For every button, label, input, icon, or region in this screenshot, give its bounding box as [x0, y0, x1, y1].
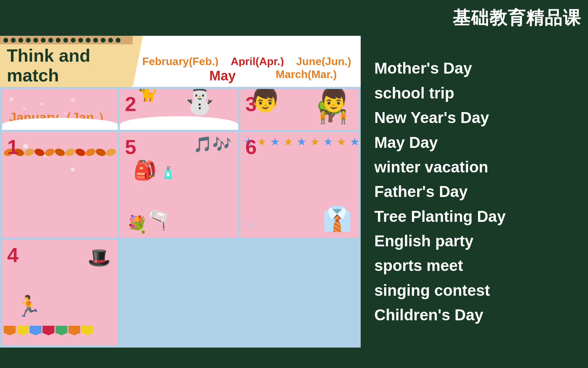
- hole-6: [41, 38, 46, 43]
- list-item-sports-meet: sports meet: [374, 255, 574, 276]
- star-blue-3: ★: [297, 135, 307, 148]
- list-item-english-party: English party: [374, 230, 574, 252]
- snow-ground-2: [120, 116, 238, 130]
- snowflake-3: ❄: [39, 101, 44, 107]
- snowflake-5: ❄: [70, 96, 76, 104]
- character-right: 👦: [319, 89, 348, 113]
- star-blue-4: ★: [323, 135, 333, 148]
- hole-3: [18, 38, 23, 43]
- list-item-new-years-day: New Year's Day: [374, 107, 574, 128]
- snowflake-cell6: ❄: [247, 219, 256, 231]
- january-cell: ❄ ❄ ❄ ❄ ❄ ❄ January（Jan.）: [2, 89, 118, 130]
- think-match-banner: Think and match: [0, 36, 133, 87]
- stars-decoration: ★ ★ ★ ★ ★ ★ ★ ★ ★: [244, 135, 355, 148]
- cell-3: 3 🌳 🧍 🧍 👦 👦: [240, 89, 359, 130]
- hole-16: [116, 38, 120, 43]
- snowflake-1: ❄: [9, 96, 14, 103]
- bottom-bar: [0, 348, 588, 368]
- hole-2: [11, 38, 16, 43]
- star-blue-5: ★: [350, 135, 359, 148]
- list-item-tree-planting-day: Tree Planting Day: [374, 205, 574, 227]
- cell-4-number: 4: [7, 243, 18, 267]
- svg-point-8: [84, 147, 96, 157]
- hole-14: [101, 38, 105, 43]
- list-item-winter-vacation: winter vacation: [374, 156, 574, 178]
- cell-6-number: 6: [245, 135, 257, 159]
- hole-11: [78, 38, 83, 43]
- cell-2: 2 🐈 ⛄: [120, 89, 238, 130]
- notebook-holes: [0, 36, 133, 44]
- hole-9: [63, 38, 68, 43]
- svg-point-2: [23, 147, 35, 157]
- list-item-school-trip: school trip: [374, 82, 574, 104]
- snowman-icon: ⛄: [182, 89, 218, 116]
- hat-icon: 🎩: [87, 247, 111, 269]
- list-item-may-day: May Day: [374, 132, 574, 153]
- flag-yellow: [17, 326, 29, 335]
- right-panel: Mother's Day school trip New Year's Day …: [361, 36, 588, 348]
- list-item-fathers-day: Father's Day: [374, 181, 574, 202]
- month-april: April(Apr.): [231, 55, 284, 68]
- month-may-label: May: [204, 66, 241, 85]
- flag-orange-2: [68, 326, 80, 335]
- top-bar: 基础教育精品课: [0, 0, 588, 36]
- star-gold-4: ★: [337, 135, 346, 148]
- month-march: March(Mar.): [276, 68, 337, 80]
- flag-red: [43, 326, 54, 335]
- hole-8: [56, 38, 61, 43]
- hole-5: [33, 38, 38, 43]
- chain-svg: [2, 145, 118, 159]
- cell-5-number: 5: [125, 135, 136, 159]
- flag-green: [55, 326, 67, 335]
- hole-1: [3, 38, 8, 43]
- star-gold-2: ★: [283, 135, 293, 148]
- star-gold-3: ★: [310, 135, 320, 148]
- flag-orange: [4, 326, 16, 335]
- month-march-label: March(Mar.): [272, 66, 340, 82]
- list-item-singing-contest: singing contest: [374, 279, 574, 301]
- cell-4: 4 🎩 🏃: [2, 240, 118, 346]
- svg-point-4: [44, 147, 55, 157]
- flag-yellow-2: [81, 326, 93, 335]
- snow-ground-1: [2, 118, 118, 130]
- svg-point-3: [33, 147, 45, 157]
- cell-5: 5 🎵🎶 🎒 🧴 🫗 💐: [120, 132, 238, 238]
- month-may: May: [209, 68, 236, 83]
- hole-15: [108, 38, 113, 43]
- hole-12: [86, 38, 91, 43]
- cell-2-number: 2: [125, 92, 136, 116]
- mug-icon: 🫗: [147, 209, 170, 231]
- snowflake-cell1-3: ❄: [70, 166, 75, 173]
- hole-4: [26, 38, 31, 43]
- cell-6: 6 ★ ★ ★ ★ ★ ★ ★ ★ ★ 👔 ❄: [240, 132, 359, 238]
- tie-icon: 👔: [322, 205, 352, 233]
- list-item-childrens-day: Children's Day: [374, 304, 574, 326]
- month-february: February(Feb.): [142, 55, 218, 68]
- list-item-mothers-day: Mother's Day: [374, 57, 574, 79]
- hole-10: [71, 38, 76, 43]
- grid-wrapper: ❄ ❄ ❄ ❄ ❄ ❄ January（Jan.） 2 🐈 ⛄ 3: [0, 87, 361, 348]
- cat-icon: 🐈: [137, 89, 158, 103]
- flower-icon: 💐: [127, 215, 148, 234]
- star-gold-1: ★: [257, 135, 267, 148]
- hole-7: [48, 38, 53, 43]
- svg-point-6: [64, 147, 76, 157]
- think-match-title: Think and match: [7, 46, 91, 85]
- flag-blue: [30, 326, 42, 335]
- backpack-icon: 🎒: [133, 159, 157, 181]
- water-bottle: 🧴: [161, 166, 176, 180]
- music-notes: 🎵🎶: [193, 135, 231, 153]
- flag-garland: [4, 326, 116, 335]
- month-june: June(Jun.): [296, 55, 351, 68]
- star-blue-2: ★: [270, 135, 280, 148]
- svg-point-10: [105, 147, 117, 157]
- main-content: Think and match February(Feb.) April(Apr…: [0, 36, 588, 348]
- runner-icon: 🏃: [16, 294, 41, 318]
- svg-point-5: [54, 147, 66, 157]
- hole-13: [93, 38, 98, 43]
- svg-point-9: [95, 147, 107, 157]
- svg-point-7: [74, 147, 86, 157]
- cell-1: 1 ❄ ❄ ❄ ❄: [2, 132, 118, 238]
- cell-1-number: 1: [7, 135, 18, 159]
- chinese-title: 基础教育精品课: [453, 6, 581, 30]
